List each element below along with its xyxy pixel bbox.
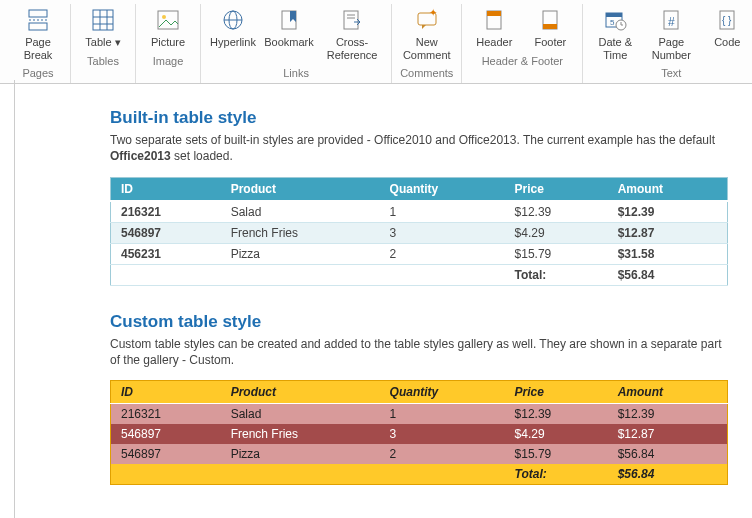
code-icon: { } xyxy=(713,6,741,34)
table-row[interactable]: 546897Pizza2$15.79$56.84 xyxy=(111,444,728,464)
svg-marker-14 xyxy=(290,11,296,22)
svg-rect-26 xyxy=(606,13,622,17)
page-number-icon: # xyxy=(657,6,685,34)
cross-reference-button[interactable]: Cross-Reference xyxy=(321,4,383,63)
ribbon-group-text: 5 Date & Time # Page Number { } Code Tex… xyxy=(583,4,752,83)
table-row[interactable]: 216321Salad1$12.39$12.39 xyxy=(111,404,728,425)
section2-title: Custom table style xyxy=(110,312,728,332)
date-time-button[interactable]: 5 Date & Time xyxy=(591,4,639,63)
col-quantity: Quantity xyxy=(380,381,505,404)
hyperlink-icon xyxy=(219,6,247,34)
svg-rect-8 xyxy=(158,11,178,29)
group-label: Text xyxy=(661,67,681,79)
table-row[interactable]: 546897French Fries3$4.29$12.87 xyxy=(111,222,728,243)
svg-point-9 xyxy=(162,15,166,19)
col-price: Price xyxy=(505,381,608,404)
group-label: Links xyxy=(283,67,309,79)
footer-button[interactable]: Footer xyxy=(526,4,574,51)
col-id: ID xyxy=(111,381,221,404)
code-button[interactable]: { } Code xyxy=(703,4,751,51)
total-row: Total:$56.84 xyxy=(111,464,728,485)
table-button[interactable]: Table ▾ xyxy=(79,4,127,51)
svg-rect-24 xyxy=(543,24,557,29)
svg-rect-3 xyxy=(93,10,113,30)
group-label: Header & Footer xyxy=(482,55,563,67)
page-number-button[interactable]: # Page Number xyxy=(647,4,695,63)
ribbon-group-links: Hyperlink Bookmark Cross-Reference Links xyxy=(201,4,392,83)
picture-button[interactable]: Picture xyxy=(144,4,192,51)
table-header-row: ID Product Quantity Price Amount xyxy=(111,177,728,201)
custom-table[interactable]: ID Product Quantity Price Amount 216321S… xyxy=(110,380,728,485)
col-amount: Amount xyxy=(608,381,728,404)
ribbon: Page Break Pages Table ▾ Tables Picture … xyxy=(0,0,752,84)
col-quantity: Quantity xyxy=(380,177,505,201)
group-label: Comments xyxy=(400,67,453,79)
hyperlink-button[interactable]: Hyperlink xyxy=(209,4,257,51)
header-icon xyxy=(480,6,508,34)
vertical-ruler xyxy=(4,80,15,509)
ribbon-group-image: Picture Image xyxy=(136,4,201,83)
group-label: Image xyxy=(153,55,184,67)
new-comment-button[interactable]: ✦ New Comment xyxy=(401,4,453,63)
table-row[interactable]: 216321Salad1$12.39$12.39 xyxy=(111,201,728,223)
ribbon-group-comments: ✦ New Comment Comments xyxy=(392,4,462,83)
document-body: Built-in table style Two separate sets o… xyxy=(0,84,752,509)
section2-desc: Custom table styles can be created and a… xyxy=(110,336,728,368)
table-row[interactable]: 546897French Fries3$4.29$12.87 xyxy=(111,424,728,444)
table-header-row: ID Product Quantity Price Amount xyxy=(111,381,728,404)
table-row[interactable]: 456231Pizza2$15.79$31.58 xyxy=(111,243,728,264)
picture-icon xyxy=(154,6,182,34)
col-id: ID xyxy=(111,177,221,201)
page-break-button[interactable]: Page Break xyxy=(14,4,62,63)
bookmark-button[interactable]: Bookmark xyxy=(265,4,313,51)
header-button[interactable]: Header xyxy=(470,4,518,51)
section1-desc: Two separate sets of built-in styles are… xyxy=(110,132,728,164)
cross-reference-icon xyxy=(338,6,366,34)
page-break-icon xyxy=(24,6,52,34)
new-comment-icon: ✦ xyxy=(413,6,441,34)
svg-rect-22 xyxy=(487,11,501,16)
svg-text:{ }: { } xyxy=(722,15,732,26)
col-price: Price xyxy=(505,177,608,201)
svg-text:#: # xyxy=(668,15,675,29)
svg-text:✦: ✦ xyxy=(429,8,437,18)
builtin-table[interactable]: ID Product Quantity Price Amount 216321S… xyxy=(110,177,728,286)
svg-marker-19 xyxy=(422,25,426,29)
svg-rect-15 xyxy=(344,11,358,29)
group-label: Pages xyxy=(22,67,53,79)
footer-icon xyxy=(536,6,564,34)
col-amount: Amount xyxy=(608,177,728,201)
svg-rect-1 xyxy=(29,23,47,30)
bookmark-icon xyxy=(275,6,303,34)
group-label: Tables xyxy=(87,55,119,67)
ribbon-group-tables: Table ▾ Tables xyxy=(71,4,136,83)
section1-title: Built-in table style xyxy=(110,108,728,128)
ribbon-group-pages: Page Break Pages xyxy=(6,4,71,83)
col-product: Product xyxy=(221,177,380,201)
ribbon-group-header-footer: Header Footer Header & Footer xyxy=(462,4,583,83)
svg-rect-0 xyxy=(29,10,47,17)
svg-text:5: 5 xyxy=(610,18,615,27)
col-product: Product xyxy=(221,381,380,404)
table-icon xyxy=(89,6,117,34)
date-time-icon: 5 xyxy=(601,6,629,34)
total-row: Total:$56.84 xyxy=(111,264,728,285)
